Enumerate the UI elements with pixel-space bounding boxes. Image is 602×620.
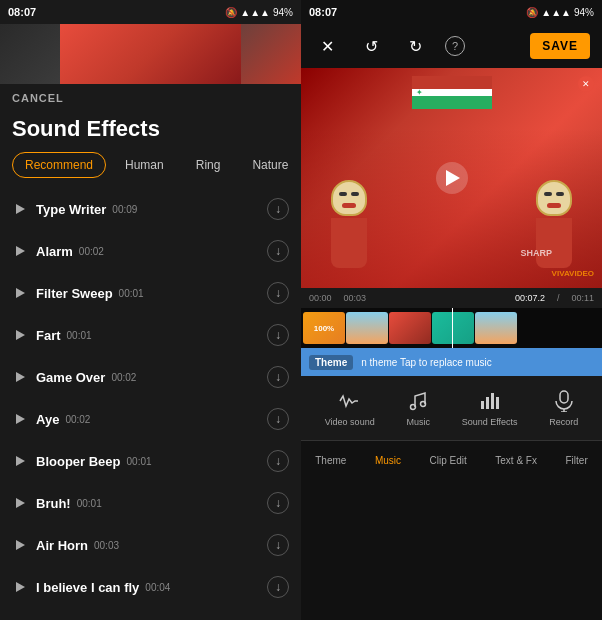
editor-panel: 08:07 🔕 ▲▲▲ 94% ✕ ↺ ↻ ? SAVE ✦: [301, 0, 602, 620]
close-button[interactable]: ✕: [313, 32, 341, 60]
svg-point-1: [421, 402, 426, 407]
sound-name: Air Horn: [36, 538, 88, 553]
list-item[interactable]: Blooper Beep 00:01 ↓: [0, 440, 301, 482]
record-icon: [552, 389, 576, 413]
tab-nature[interactable]: Nature: [239, 152, 301, 178]
tab-recommend[interactable]: Recommend: [12, 152, 106, 178]
video-sound-label: Video sound: [325, 417, 375, 427]
mask-face-left: [331, 180, 367, 216]
sound-info: Bruh! 00:01: [36, 496, 267, 511]
download-icon: ↓: [275, 454, 281, 468]
play-button[interactable]: [12, 579, 28, 595]
play-button[interactable]: [12, 243, 28, 259]
nav-theme[interactable]: Theme: [307, 451, 354, 470]
theme-label: Theme: [309, 355, 353, 370]
timeline-current: 00:07.2: [515, 293, 545, 303]
sound-name: Game Over: [36, 370, 105, 385]
nav-filter[interactable]: Filter: [558, 451, 596, 470]
download-button[interactable]: ↓: [267, 450, 289, 472]
download-icon: ↓: [275, 580, 281, 594]
nav-clip-edit[interactable]: Clip Edit: [422, 451, 475, 470]
download-button[interactable]: ↓: [267, 198, 289, 220]
sound-duration: 00:04: [145, 582, 170, 593]
timeline-t1: 00:03: [344, 293, 367, 303]
sound-duration: 00:02: [79, 246, 104, 257]
play-button[interactable]: [12, 201, 28, 217]
sound-duration: 00:01: [77, 498, 102, 509]
mask-eye-left: [339, 192, 347, 196]
tool-video-sound[interactable]: Video sound: [325, 389, 375, 427]
download-button[interactable]: ↓: [267, 324, 289, 346]
track-thumb-red: [389, 312, 431, 344]
cancel-button[interactable]: CANCEL: [0, 84, 301, 112]
download-icon: ↓: [275, 496, 281, 510]
notification-icon-right: 🔕: [526, 7, 538, 18]
status-icons-left: 🔕 ▲▲▲ 94%: [225, 7, 293, 18]
undo-button[interactable]: ↺: [357, 32, 385, 60]
theme-bar[interactable]: Theme n theme Tap to replace music: [301, 348, 602, 376]
mask-eye-left-r: [544, 192, 552, 196]
svg-rect-6: [560, 391, 568, 403]
list-item[interactable]: Air Horn 00:03 ↓: [0, 524, 301, 566]
record-label: Record: [549, 417, 578, 427]
vivavideo-watermark: VIVAVIDEO: [552, 269, 594, 278]
list-item[interactable]: Aye 00:02 ↓: [0, 398, 301, 440]
play-button[interactable]: [12, 495, 28, 511]
bottom-tools: Video sound Music Sound E: [301, 376, 602, 440]
video-sound-icon: [338, 389, 362, 413]
signal-icon-right: ▲▲▲: [541, 7, 571, 18]
play-button[interactable]: [12, 327, 28, 343]
download-button[interactable]: ↓: [267, 366, 289, 388]
play-button[interactable]: [12, 453, 28, 469]
panel-title: Sound Effects: [0, 112, 301, 152]
download-button[interactable]: ↓: [267, 282, 289, 304]
nav-text-fx-label: Text & Fx: [495, 455, 537, 466]
toolbar-left: ✕ ↺ ↻ ?: [313, 32, 465, 60]
tab-ring[interactable]: Ring: [183, 152, 234, 178]
cedar-symbol: ✦: [416, 88, 423, 97]
nav-music[interactable]: Music: [367, 451, 409, 470]
download-button[interactable]: ↓: [267, 492, 289, 514]
time-right: 08:07: [309, 6, 337, 18]
notification-icon: 🔕: [225, 7, 237, 18]
svg-rect-2: [481, 401, 484, 409]
save-button[interactable]: SAVE: [530, 33, 590, 59]
redo-button[interactable]: ↻: [401, 32, 429, 60]
theme-text: n theme Tap to replace music: [361, 357, 491, 368]
list-item[interactable]: I believe I can fly 00:04 ↓: [0, 566, 301, 608]
list-item[interactable]: Bruh! 00:01 ↓: [0, 482, 301, 524]
video-close-button[interactable]: ✕: [578, 76, 594, 92]
download-button[interactable]: ↓: [267, 534, 289, 556]
track-thumb-teal: [432, 312, 474, 344]
sound-duration: 00:09: [112, 204, 137, 215]
download-button[interactable]: ↓: [267, 408, 289, 430]
play-overlay-button[interactable]: [436, 162, 468, 194]
track-thumb-label: 100%: [303, 312, 345, 344]
sound-name: Type Writer: [36, 202, 106, 217]
play-button[interactable]: [12, 537, 28, 553]
help-button[interactable]: ?: [445, 36, 465, 56]
download-button[interactable]: ↓: [267, 576, 289, 598]
sound-duration: 00:01: [119, 288, 144, 299]
tool-record[interactable]: Record: [549, 389, 578, 427]
download-icon: ↓: [275, 328, 281, 342]
tab-human[interactable]: Human: [112, 152, 177, 178]
tool-sound-effects[interactable]: Sound Effects: [462, 389, 518, 427]
timeline-track[interactable]: 100%: [301, 308, 602, 348]
list-item[interactable]: Type Writer 00:09 ↓: [0, 188, 301, 230]
music-icon: [406, 389, 430, 413]
download-button[interactable]: ↓: [267, 240, 289, 262]
list-item[interactable]: Fart 00:01 ↓: [0, 314, 301, 356]
sound-list: Type Writer 00:09 ↓ Alarm 00:02 ↓ Filter…: [0, 188, 301, 620]
tool-music[interactable]: Music: [406, 389, 430, 427]
sound-name: Bruh!: [36, 496, 71, 511]
list-item[interactable]: Alarm 00:02 ↓: [0, 230, 301, 272]
status-bar-right: 08:07 🔕 ▲▲▲ 94%: [301, 0, 602, 24]
mask-mouth: [342, 203, 356, 208]
play-button[interactable]: [12, 411, 28, 427]
play-button[interactable]: [12, 369, 28, 385]
list-item[interactable]: Game Over 00:02 ↓: [0, 356, 301, 398]
nav-text-fx[interactable]: Text & Fx: [487, 451, 545, 470]
play-button[interactable]: [12, 285, 28, 301]
list-item[interactable]: Filter Sweep 00:01 ↓: [0, 272, 301, 314]
